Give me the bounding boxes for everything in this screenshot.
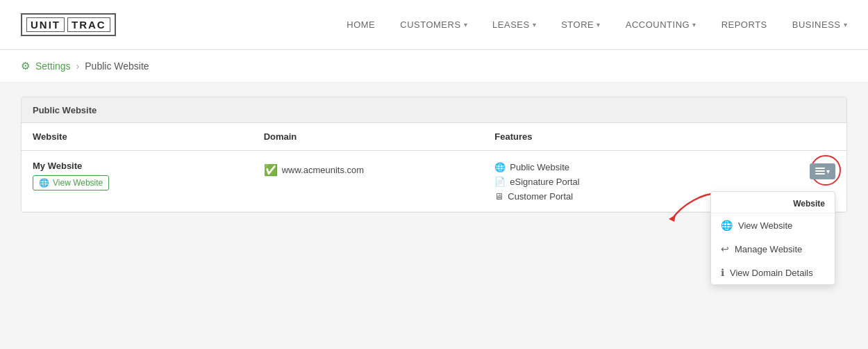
feature-public-website: 🌐 Public Website — [494, 162, 769, 172]
dropdown-manage-website[interactable]: ↩ Manage Website — [711, 237, 835, 261]
nav-store[interactable]: STORE ▾ — [561, 19, 601, 30]
website-cell: My Website 🌐 View Website — [22, 151, 253, 212]
logo-box: UNIT TRAC — [21, 13, 116, 36]
col-domain: Domain — [253, 123, 484, 151]
settings-icon: ⚙ — [21, 60, 30, 72]
dropdown-view-website-label: View Website — [738, 220, 792, 231]
card-header: Public Website — [22, 97, 846, 123]
website-name: My Website — [33, 161, 242, 171]
accounting-chevron-icon: ▾ — [692, 21, 696, 29]
row-actions-button[interactable]: ▾ — [810, 163, 835, 179]
domain-check-icon: ✅ — [264, 163, 278, 177]
breadcrumb-settings-link[interactable]: Settings — [35, 60, 71, 72]
breadcrumb-current-page: Public Website — [85, 60, 149, 72]
logo-word-unit: UNIT — [26, 17, 65, 32]
svg-marker-0 — [669, 215, 676, 222]
logo-word-trac: TRAC — [67, 17, 110, 32]
nav-customers[interactable]: CUSTOMERS ▾ — [400, 19, 467, 30]
nav-business[interactable]: BUSINESS ▾ — [792, 19, 847, 30]
dropdown-view-domain[interactable]: ℹ View Domain Details — [711, 261, 835, 284]
hamburger-icon — [815, 168, 825, 174]
main-content: Public Website Website Domain Features M… — [0, 83, 868, 349]
dropdown-manage-icon: ↩ — [721, 243, 729, 254]
nav-reports[interactable]: REPORTS — [721, 19, 767, 30]
main-nav: HOME CUSTOMERS ▾ LEASES ▾ STORE ▾ ACCOUN… — [347, 19, 847, 30]
dropdown-view-website[interactable]: 🌐 View Website — [711, 213, 835, 237]
website-table: Website Domain Features My Website 🌐 Vie… — [22, 123, 846, 212]
feature-monitor-icon: 🖥 — [494, 191, 503, 202]
dropdown-header: Website — [711, 192, 835, 213]
domain-value: www.acmeunits.com — [282, 165, 364, 175]
dropdown-manage-website-label: Manage Website — [735, 244, 802, 254]
feature-label-2: Customer Portal — [508, 191, 573, 202]
dropdown-globe-icon: 🌐 — [721, 220, 733, 231]
card-title: Public Website — [33, 105, 97, 115]
col-website: Website — [22, 123, 253, 151]
breadcrumb-separator: › — [76, 60, 80, 72]
actions-dropdown: Website 🌐 View Website ↩ Manage Website — [710, 191, 835, 285]
business-chevron-icon: ▾ — [844, 21, 848, 29]
dropdown-view-domain-label: View Domain Details — [730, 268, 813, 278]
col-features: Features — [483, 123, 781, 151]
domain-cell: ✅ www.acmeunits.com — [253, 151, 484, 212]
view-website-label: View Website — [53, 178, 103, 188]
dropdown-arrow-icon: ▾ — [826, 168, 830, 175]
nav-home[interactable]: HOME — [347, 19, 375, 30]
table-row: My Website 🌐 View Website ✅ www.acmeunit… — [22, 151, 846, 212]
dropdown-info-icon: ℹ — [721, 267, 724, 278]
nav-leases[interactable]: LEASES ▾ — [492, 19, 536, 30]
feature-esignature: 📄 eSignature Portal — [494, 177, 769, 187]
actions-cell: ▾ Website — [781, 151, 846, 212]
feature-label-0: Public Website — [510, 162, 569, 172]
feature-label-1: eSignature Portal — [510, 177, 579, 187]
store-chevron-icon: ▾ — [596, 21, 601, 29]
view-website-link[interactable]: 🌐 View Website — [33, 175, 109, 190]
feature-doc-icon: 📄 — [494, 177, 506, 187]
customers-chevron-icon: ▾ — [464, 21, 468, 29]
logo: UNIT TRAC — [21, 13, 116, 36]
col-actions — [781, 123, 846, 151]
feature-globe-icon: 🌐 — [494, 162, 506, 172]
header: UNIT TRAC HOME CUSTOMERS ▾ LEASES ▾ STOR… — [0, 0, 868, 50]
breadcrumb: ⚙ Settings › Public Website — [0, 50, 868, 83]
public-website-card: Public Website Website Domain Features M… — [21, 97, 847, 213]
globe-icon: 🌐 — [39, 178, 49, 188]
leases-chevron-icon: ▾ — [533, 21, 537, 29]
nav-accounting[interactable]: ACCOUNTING ▾ — [626, 19, 696, 30]
